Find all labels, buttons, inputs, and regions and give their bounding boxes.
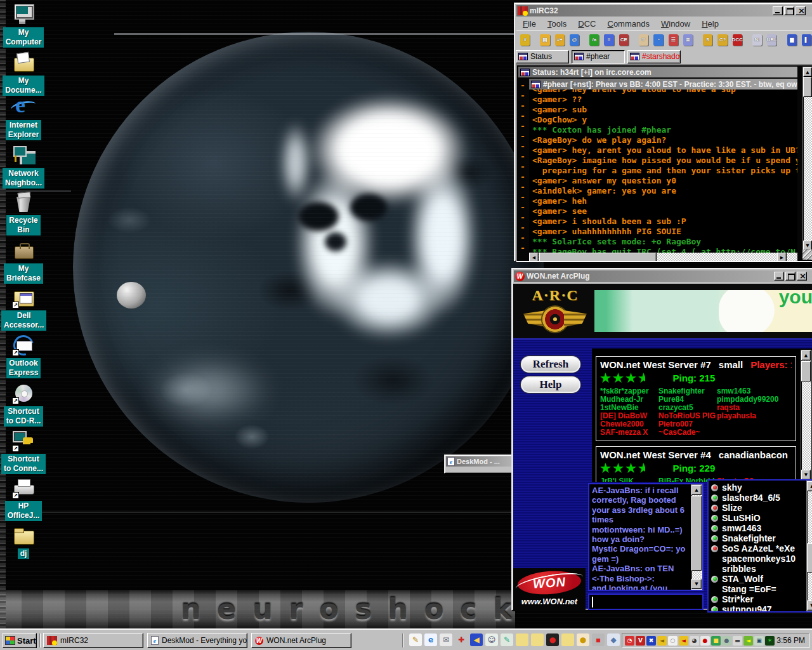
server-list-scrollbar[interactable]: ▲ ▼	[801, 350, 811, 481]
player-row[interactable]: SLuSHiO	[711, 513, 796, 523]
mail-icon[interactable]: ✉	[440, 633, 452, 646]
paintshop-icon[interactable]: ●	[546, 633, 559, 646]
start-button[interactable]: Start	[3, 633, 37, 648]
desktop-icon-dj-folder[interactable]: dj	[1, 525, 46, 559]
red-dagger-icon[interactable]: ✚	[455, 633, 468, 646]
desktop-icon-dell-accessories[interactable]: Dell Accessor...	[1, 287, 46, 331]
folder-icon[interactable]	[561, 633, 574, 646]
script-editor-icon[interactable]: //	[518, 32, 532, 48]
desktop-icon-outlook-express[interactable]: Outlook Express	[1, 335, 46, 378]
timer-icon[interactable]: ◔	[652, 32, 665, 48]
help-button[interactable]: Help	[521, 376, 580, 393]
status-window-titlebar[interactable]: Status: h34rt [+i] on irc.core.com	[518, 67, 797, 77]
scroll-up-button[interactable]: ▲	[801, 350, 811, 361]
chat-scrollbar[interactable]: ▲ ▼	[691, 484, 702, 590]
wheel-icon[interactable]: ✖	[646, 636, 656, 646]
globe-icon[interactable]: ●	[722, 636, 731, 646]
hand-coin-icon[interactable]: ●	[577, 633, 589, 646]
channel-hscrollbar[interactable]: ◀ ▶	[529, 253, 797, 262]
imaging-icon[interactable]: ◀	[470, 633, 483, 646]
servers-globe-icon[interactable]: @	[568, 32, 581, 48]
alarm-clock-icon[interactable]: ◕	[690, 636, 699, 646]
scroll-thumb[interactable]	[801, 361, 811, 381]
close-button[interactable]	[796, 6, 806, 15]
player-row[interactable]: spacemonkeys10	[711, 554, 796, 564]
server-card[interactable]: WON.net West Server #4canadianbaconP★★★★…	[596, 446, 796, 482]
magnifier-icon[interactable]: ●	[700, 636, 710, 646]
task-button-3[interactable]: WWON.net ArcPlug	[251, 633, 351, 648]
menu-window[interactable]: Window	[655, 19, 696, 29]
deskmod-titlebar[interactable]: e DeskMod - ...	[446, 456, 512, 467]
desktop-icon-shortcut-connection[interactable]: Shortcut to Conne...	[1, 430, 46, 474]
desktop-icon-my-briefcase[interactable]: My Briefcase	[1, 240, 46, 284]
player-row[interactable]: sutpnou947	[711, 604, 796, 613]
channel-window[interactable]: #phear [+nst]: Phear vs BB: 4:00 EST - P…	[529, 79, 797, 262]
mirc-toolbar[interactable]: //▤#+@/a≡CE☞◔☰≣SC?DCCN!URL▆▌	[516, 30, 812, 49]
server-card[interactable]: WON.net West Server #7smallPlayers: 16/★…	[596, 356, 796, 441]
channel-titlebar[interactable]: #phear [+nst]: Phear vs BB: 4:00 EST - P…	[529, 79, 797, 90]
popups-icon[interactable]: ≡	[602, 32, 615, 48]
menu-help[interactable]: Help	[696, 19, 724, 29]
maximize-button[interactable]	[784, 6, 794, 15]
deskmod-window[interactable]: e DeskMod - ...	[444, 454, 514, 474]
desktop-icon-hp-officejet[interactable]: HP OfficeJ...	[1, 477, 46, 521]
scroll-up-button[interactable]: ▲	[803, 67, 812, 77]
internet-explorer-icon[interactable]: e	[424, 633, 437, 646]
player-row[interactable]: slasher84_6/5	[711, 493, 796, 503]
player-row[interactable]: skhy	[711, 482, 796, 493]
cube-icon[interactable]: ◆	[607, 633, 620, 646]
resize-grip[interactable]	[802, 249, 812, 260]
won-titlebar[interactable]: W WON.net ArcPlug	[514, 270, 812, 282]
tile-vertical-icon[interactable]: ▌	[800, 32, 812, 48]
scroll-down-button[interactable]: ▼	[691, 579, 702, 589]
close-button[interactable]	[797, 272, 807, 281]
scroll-down-button[interactable]: ▼	[803, 241, 812, 250]
folder-icon[interactable]	[516, 633, 528, 646]
menu-tools[interactable]: Tools	[542, 19, 572, 29]
channels-folder-icon[interactable]: #+	[553, 32, 566, 48]
scroll-thumb[interactable]	[803, 77, 812, 97]
desktop-icon-network-neighborhood[interactable]: Network Neighbo...	[1, 145, 46, 189]
scroll-down-button[interactable]: ▼	[807, 600, 812, 611]
finger-icon[interactable]: ☞	[637, 32, 650, 48]
scroll-thumb[interactable]	[807, 543, 812, 573]
app-gray-icon[interactable]: ▪	[592, 633, 605, 646]
won-arcplug-window[interactable]: W WON.net ArcPlug A·R·C you Refresh Help…	[511, 268, 812, 611]
desktop-icon-my-computer[interactable]: My Computer	[1, 4, 46, 48]
folder-icon[interactable]	[531, 633, 544, 646]
tile-horizontal-icon[interactable]: ▆	[785, 32, 799, 48]
scroll-right-button[interactable]: ▶	[777, 253, 787, 262]
scheduler-icon[interactable]: ◔	[625, 636, 634, 646]
notepad-icon[interactable]: ✎	[409, 633, 422, 646]
menu-dcc[interactable]: DCC	[572, 19, 601, 29]
options-icon[interactable]: ▤	[538, 32, 551, 48]
player-row[interactable]: Snakefighter	[711, 533, 796, 543]
mouse-icon[interactable]: ○	[668, 636, 678, 646]
notes-icon[interactable]: ≣	[681, 32, 695, 48]
mirc-switchbar[interactable]: Status#phear#starshadow	[516, 50, 812, 63]
remote-icon[interactable]: CE	[617, 32, 631, 48]
scroll-up-button[interactable]: ▲	[691, 485, 702, 495]
globe-package-icon[interactable]: ■	[711, 636, 721, 646]
task-button-2[interactable]: eDeskMod - Everything you...	[147, 633, 247, 648]
menu-file[interactable]: File	[517, 19, 542, 29]
starburst-icon[interactable]: ✶	[765, 636, 775, 646]
player-row[interactable]: Stang =EoF=	[711, 584, 796, 594]
printer-icon[interactable]: ▬	[733, 636, 742, 646]
mirc-menubar[interactable]: FileToolsDCCCommandsWindowHelp	[517, 18, 812, 29]
address-book-icon[interactable]: ☰	[667, 32, 680, 48]
status-vscrollbar[interactable]: ▲ ▼	[802, 67, 812, 251]
player-row[interactable]: SoS AzAzeL *eXe	[711, 543, 796, 554]
scroll-left-button[interactable]: ◀	[529, 253, 539, 262]
aliases-icon[interactable]: /a	[587, 32, 601, 48]
art-tools-icon[interactable]: ✎	[501, 633, 513, 646]
antivirus-shield-icon[interactable]: V	[636, 636, 645, 646]
task-button-1[interactable]: mIRC32	[43, 633, 143, 648]
player-row[interactable]: smw1463	[711, 523, 796, 533]
scroll-thumb[interactable]	[691, 496, 702, 571]
desktop-icon-my-documents[interactable]: My Docume...	[1, 52, 46, 96]
player-row[interactable]: Stri*ker	[711, 594, 796, 604]
tab-phear[interactable]: #phear	[572, 50, 625, 63]
maximize-button[interactable]	[785, 272, 796, 281]
desktop-icon-shortcut-cdrom[interactable]: Shortcut to CD-R...	[1, 383, 46, 427]
